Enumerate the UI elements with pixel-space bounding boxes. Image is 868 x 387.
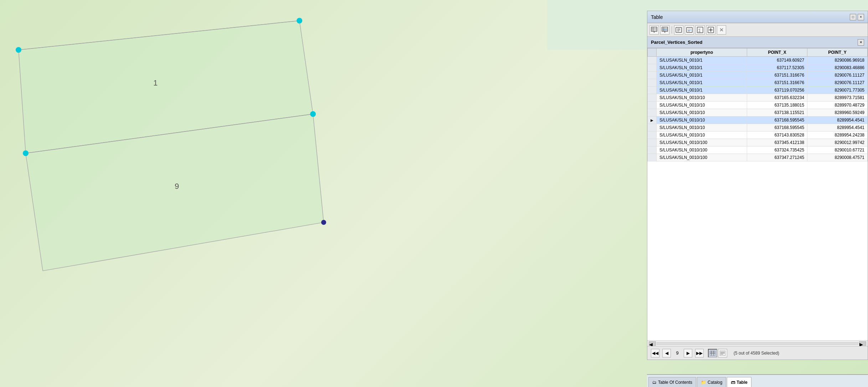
col-header-point-y[interactable]: POINT_Y	[807, 48, 868, 57]
tab-table[interactable]: 🗃 Table	[727, 377, 751, 387]
select-by-attr-button[interactable]	[674, 25, 683, 35]
col-header-point-x[interactable]: POINT_X	[747, 48, 807, 57]
last-record-button[interactable]: ▶▶	[695, 349, 704, 357]
table-row[interactable]: ▶S/LUSAK/SLN_0010/10637168.5955458289954…	[648, 117, 868, 124]
switch-selection-button[interactable]	[685, 25, 694, 35]
table-row[interactable]: S/LUSAK/SLN_0010/10637138.1155218289960.…	[648, 109, 868, 117]
cell-propertyno: S/LUSAK/SLN_0010/100	[657, 146, 747, 154]
map-label-9: 9	[175, 182, 179, 191]
data-table: propertyno POINT_X POINT_Y S/LUSAK/SLN_0…	[647, 48, 868, 161]
select-options-button[interactable]	[660, 25, 669, 35]
table-row[interactable]: S/LUSAK/SLN_0010/1637117.523058290083.46…	[648, 64, 868, 72]
cell-point-y: 8289954.4541	[807, 124, 868, 131]
row-marker	[648, 146, 657, 154]
cell-propertyno: S/LUSAK/SLN_0010/10	[657, 109, 747, 117]
cell-point-x: 637135.188015	[747, 102, 807, 109]
tab-table-label: Table	[736, 380, 747, 385]
cell-point-x: 637143.830528	[747, 131, 807, 139]
row-marker	[648, 94, 657, 102]
cell-propertyno: S/LUSAK/SLN_0010/10	[657, 131, 747, 139]
col-header-propertyno[interactable]: propertyno	[657, 48, 747, 57]
table-row[interactable]: S/LUSAK/SLN_0010/10637168.5955458289954.…	[648, 124, 868, 131]
table-row[interactable]: S/LUSAK/SLN_0010/10637165.6322348289973.…	[648, 94, 868, 102]
status-bar: ◀◀ ◀ 9 ▶ ▶▶	[647, 346, 868, 360]
map-label-1: 1	[153, 78, 158, 88]
cell-point-y: 8289954.4541	[807, 117, 868, 124]
current-record-display: 9	[674, 350, 681, 356]
table-row[interactable]: S/LUSAK/SLN_0010/1637149.609278290086.96…	[648, 57, 868, 64]
cell-point-x: 637119.070256	[747, 87, 807, 94]
cell-point-y: 8289973.71581	[807, 94, 868, 102]
titlebar-icons: □ ×	[850, 14, 864, 20]
table-row[interactable]: S/LUSAK/SLN_0010/10637143.8305288289954.…	[648, 131, 868, 139]
cell-propertyno: S/LUSAK/SLN_0010/1	[657, 64, 747, 72]
tab-bar: 🗂 Table Of Contents 📁 Catalog 🗃 Table	[647, 374, 868, 387]
first-record-button[interactable]: ◀◀	[651, 349, 659, 357]
table-row[interactable]: S/LUSAK/SLN_0010/100637324.7354258290010…	[648, 146, 868, 154]
panel-title: Table	[651, 14, 663, 20]
table-row[interactable]: S/LUSAK/SLN_0010/10637135.1880158289970.…	[648, 102, 868, 109]
table-options-button[interactable]	[649, 25, 659, 35]
row-marker	[648, 139, 657, 146]
table-row[interactable]: S/LUSAK/SLN_0010/100637347.2712458290008…	[648, 154, 868, 161]
add-field-button[interactable]	[706, 25, 715, 35]
view-buttons	[708, 349, 727, 357]
row-marker	[648, 109, 657, 117]
cell-propertyno: S/LUSAK/SLN_0010/1	[657, 72, 747, 79]
svg-marker-14	[664, 32, 666, 33]
close-table-button[interactable]: ✕	[717, 25, 726, 35]
table-row[interactable]: S/LUSAK/SLN_0010/100637345.4121388290012…	[648, 139, 868, 146]
cell-point-x: 637347.271245	[747, 154, 807, 161]
cell-point-x: 637117.52305	[747, 64, 807, 72]
cell-point-y: 8290076.11127	[807, 79, 868, 87]
table-row[interactable]: S/LUSAK/SLN_0010/1637151.3166768290076.1…	[648, 79, 868, 87]
maximize-button[interactable]: □	[850, 14, 856, 20]
cell-propertyno: S/LUSAK/SLN_0010/10	[657, 117, 747, 124]
field-calculator-button[interactable]: ∑	[695, 25, 705, 35]
cell-point-y: 8289970.48729	[807, 102, 868, 109]
table-row[interactable]: S/LUSAK/SLN_0010/1637119.0702568290071.7…	[648, 87, 868, 94]
catalog-icon: 📁	[701, 380, 706, 385]
cell-point-y: 8290012.99742	[807, 139, 868, 146]
cell-point-y: 8290076.11127	[807, 72, 868, 79]
cell-point-x: 637138.115521	[747, 109, 807, 117]
row-marker	[648, 102, 657, 109]
tab-table-of-contents[interactable]: 🗂 Table Of Contents	[648, 377, 696, 387]
table-view-button[interactable]	[708, 349, 717, 357]
scroll-right[interactable]: ▶	[859, 341, 866, 346]
row-marker	[648, 57, 657, 64]
cell-point-x: 637345.412138	[747, 139, 807, 146]
cell-point-y: 8290008.47571	[807, 154, 868, 161]
table-panel: Table □ ×	[647, 11, 868, 360]
scroll-track[interactable]	[657, 342, 858, 345]
row-marker	[648, 64, 657, 72]
cell-point-x: 637165.632234	[747, 94, 807, 102]
tab-catalog[interactable]: 📁 Catalog	[697, 377, 726, 387]
cell-point-y: 8290086.96918	[807, 57, 868, 64]
scroll-left[interactable]: ◀	[649, 341, 656, 346]
svg-rect-21	[688, 30, 691, 31]
table-row[interactable]: S/LUSAK/SLN_0010/1637151.3166768290076.1…	[648, 72, 868, 79]
svg-marker-8	[653, 32, 655, 33]
svg-rect-4	[651, 27, 657, 31]
cell-propertyno: S/LUSAK/SLN_0010/1	[657, 57, 747, 64]
close-button[interactable]: ×	[858, 14, 864, 20]
selection-status: (5 out of 4589 Selected)	[734, 351, 779, 356]
cell-point-x: 637149.60927	[747, 57, 807, 64]
horizontal-scrollbar[interactable]: ◀ ▶	[647, 340, 868, 346]
vertex-4	[23, 150, 29, 156]
svg-text:∑: ∑	[698, 28, 701, 32]
form-view-button[interactable]	[718, 349, 727, 357]
vertex-1	[297, 18, 302, 24]
prev-record-button[interactable]: ◀	[662, 349, 671, 357]
cell-point-x: 637151.316676	[747, 79, 807, 87]
cell-propertyno: S/LUSAK/SLN_0010/10	[657, 94, 747, 102]
row-marker	[648, 154, 657, 161]
layer-close-button[interactable]: ✕	[858, 39, 864, 46]
next-record-button[interactable]: ▶	[684, 349, 692, 357]
vertex-5	[321, 220, 326, 225]
cell-propertyno: S/LUSAK/SLN_0010/1	[657, 87, 747, 94]
svg-rect-28	[710, 351, 715, 356]
table-container[interactable]: propertyno POINT_X POINT_Y S/LUSAK/SLN_0…	[647, 48, 868, 340]
row-marker	[648, 87, 657, 94]
